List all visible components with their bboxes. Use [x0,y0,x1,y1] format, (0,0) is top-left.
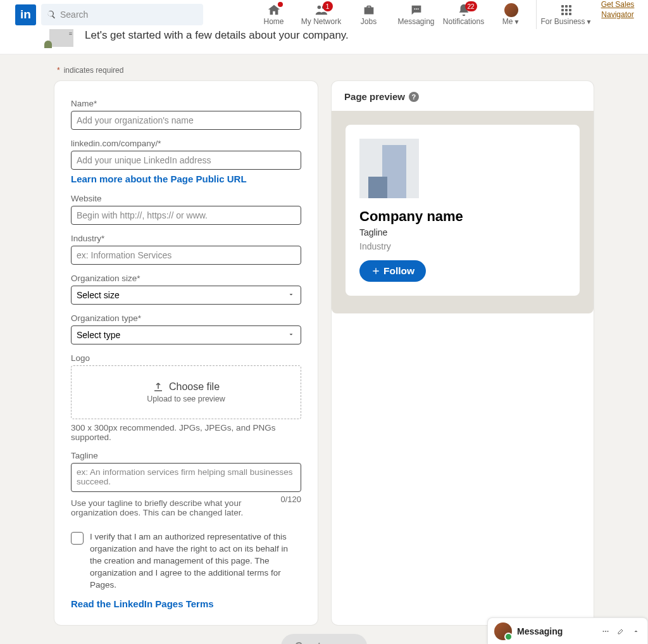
svg-point-5 [603,631,604,632]
svg-point-4 [417,8,418,9]
svg-point-6 [605,631,606,632]
nav-notifications[interactable]: 22 Notifications [440,0,487,29]
nav-home[interactable]: Home [250,0,297,29]
industry-label: Industry* [71,234,301,243]
url-input[interactable] [71,151,301,170]
verify-text: I verify that I am an authorized represe… [90,531,301,591]
svg-point-0 [317,5,321,9]
terms-link[interactable]: Read the LinkedIn Pages Terms [71,598,214,609]
preview-canvas: Company name Tagline Industry Follow [332,111,594,313]
company-form-card: Name* linkedin.com/company/* Learn more … [54,81,318,625]
url-label: linkedin.com/company/* [71,139,301,148]
search-box[interactable] [41,4,203,25]
preview-industry: Industry [359,241,566,251]
follow-label: Follow [383,265,414,277]
plus-icon [371,266,381,276]
preview-title: Page preview [344,91,405,102]
name-input[interactable] [71,111,301,130]
tagline-input[interactable] [71,463,301,492]
nav-network-label: My Network [301,17,341,26]
logo-helper-text: 300 x 300px recommended. JPGs, JPEGs, an… [71,423,301,442]
chevron-down-icon: ▼ [586,18,592,25]
type-select[interactable]: Select type [71,325,301,344]
sales-navigator-link[interactable]: Get Sales Navigator [595,0,640,29]
size-label: Organization size* [71,274,301,283]
linkedin-logo[interactable]: in [15,4,36,25]
follow-button[interactable]: Follow [359,260,426,282]
verify-checkbox[interactable] [71,532,84,545]
avatar-icon [504,3,518,17]
tagline-counter: 0/120 [280,495,301,517]
create-page-button[interactable]: Create page [281,634,367,644]
placeholder-logo [359,139,419,198]
apps-grid-icon [561,5,571,15]
nav-jobs[interactable]: Jobs [345,0,392,29]
nav-home-label: Home [263,17,284,26]
preview-company-card: Company name Tagline Industry Follow [346,125,580,296]
search-icon [46,9,56,20]
ellipsis-icon[interactable] [601,626,611,636]
nav-items: Home 1 My Network Jobs Messaging 22 Noti… [250,0,640,29]
website-label: Website [71,194,301,203]
jobs-icon [362,3,376,17]
nav-business[interactable]: For Business▼ [538,0,595,29]
messaging-bar[interactable]: Messaging [487,617,648,644]
messaging-avatar [494,622,512,640]
tagline-helper: Use your tagline to briefly describe wha… [71,498,274,517]
subheader: ≡ Let's get started with a few details a… [0,29,648,54]
svg-point-2 [414,8,415,9]
page-type-icon: ≡ [49,29,73,47]
nav-jobs-label: Jobs [361,17,377,26]
nav-network[interactable]: 1 My Network [297,0,345,29]
url-learn-more-link[interactable]: Learn more about the Page Public URL [71,174,247,184]
upload-icon [153,381,164,393]
chevron-down-icon: ▼ [513,18,520,25]
messaging-icon [409,3,423,17]
name-label: Name* [71,99,301,108]
network-badge: 1 [323,1,333,11]
preview-company-name: Company name [359,208,566,225]
messaging-label: Messaging [517,626,595,636]
nav-me[interactable]: Me▼ [487,0,535,29]
nav-me-label: Me▼ [502,17,520,26]
svg-point-7 [608,631,609,632]
search-input[interactable] [60,9,198,20]
compose-icon[interactable] [616,626,626,636]
svg-point-3 [416,8,417,9]
website-input[interactable] [71,206,301,225]
top-nav: in Home 1 My Network Jobs Messaging 22 N… [0,0,648,29]
nav-notifications-label: Notifications [443,17,484,26]
logo-sub-text: Upload to see preview [147,395,225,403]
chevron-up-icon[interactable] [631,626,641,636]
logo-label: Logo [71,353,301,363]
nav-divider [536,0,537,29]
required-indicator: *indicates required [57,66,594,75]
help-icon[interactable]: ? [409,92,419,102]
preview-tagline: Tagline [359,227,566,237]
preview-card: Page preview ? Company name Tagline Indu… [332,81,594,625]
subheader-text: Let's get started with a few details abo… [85,29,349,42]
tagline-label: Tagline [71,451,301,460]
size-select[interactable]: Select size [71,286,301,305]
nav-messaging[interactable]: Messaging [392,0,440,29]
type-label: Organization type* [71,313,301,323]
notifications-badge: 22 [465,1,477,11]
logo-upload[interactable]: Choose file Upload to see preview [71,365,301,419]
industry-input[interactable] [71,246,301,265]
home-badge [278,2,283,7]
logo-choose-text: Choose file [169,381,220,393]
nav-business-label: For Business▼ [541,17,592,26]
nav-messaging-label: Messaging [397,17,434,26]
